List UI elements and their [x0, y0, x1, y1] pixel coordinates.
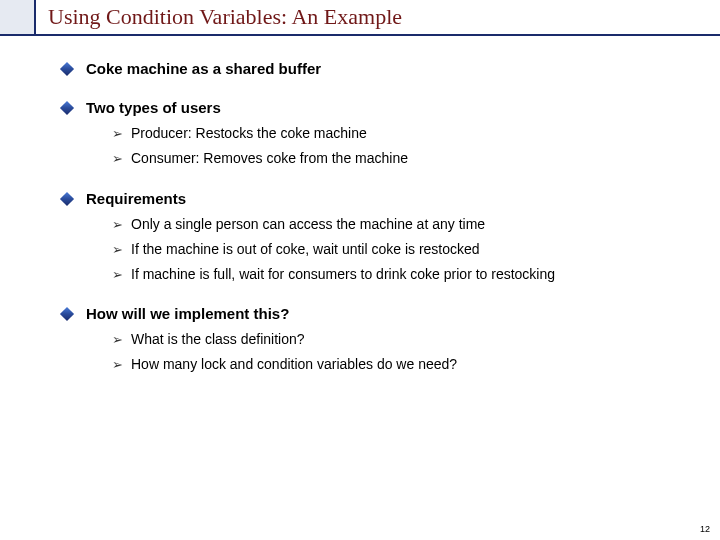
diamond-icon: [60, 62, 74, 76]
sub-item: ➢ How many lock and condition variables …: [112, 355, 680, 374]
arrow-icon: ➢: [112, 217, 123, 233]
diamond-icon: [60, 307, 74, 321]
diamond-icon: [60, 192, 74, 206]
arrow-icon: ➢: [112, 267, 123, 283]
slide-title: Using Condition Variables: An Example: [48, 4, 402, 30]
bullet-label: Requirements: [86, 190, 186, 207]
bullet-item: How will we implement this?: [62, 305, 680, 322]
bullet-label: Two types of users: [86, 99, 221, 116]
page-number: 12: [700, 524, 710, 534]
sub-item: ➢ If the machine is out of coke, wait un…: [112, 240, 680, 259]
sub-text: Consumer: Removes coke from the machine: [131, 149, 408, 168]
sub-item: ➢ Consumer: Removes coke from the machin…: [112, 149, 680, 168]
diamond-icon: [60, 101, 74, 115]
arrow-icon: ➢: [112, 332, 123, 348]
sub-list: ➢ Producer: Restocks the coke machine ➢ …: [112, 124, 680, 168]
sub-text: What is the class definition?: [131, 330, 305, 349]
arrow-icon: ➢: [112, 242, 123, 258]
sub-text: If the machine is out of coke, wait unti…: [131, 240, 480, 259]
bullet-label: How will we implement this?: [86, 305, 289, 322]
arrow-icon: ➢: [112, 357, 123, 373]
sub-item: ➢ Producer: Restocks the coke machine: [112, 124, 680, 143]
title-bar: Using Condition Variables: An Example: [36, 0, 720, 36]
sub-text: How many lock and condition variables do…: [131, 355, 457, 374]
sub-item: ➢ What is the class definition?: [112, 330, 680, 349]
slide-content: Coke machine as a shared buffer Two type…: [62, 60, 680, 396]
sub-text: Only a single person can access the mach…: [131, 215, 485, 234]
sub-list: ➢ Only a single person can access the ma…: [112, 215, 680, 284]
sub-text: If machine is full, wait for consumers t…: [131, 265, 555, 284]
bullet-item: Requirements: [62, 190, 680, 207]
sub-item: ➢ If machine is full, wait for consumers…: [112, 265, 680, 284]
arrow-icon: ➢: [112, 151, 123, 167]
bullet-label: Coke machine as a shared buffer: [86, 60, 321, 77]
bullet-item: Coke machine as a shared buffer: [62, 60, 680, 77]
sub-list: ➢ What is the class definition? ➢ How ma…: [112, 330, 680, 374]
sub-item: ➢ Only a single person can access the ma…: [112, 215, 680, 234]
sub-text: Producer: Restocks the coke machine: [131, 124, 367, 143]
corner-accent: [0, 0, 36, 36]
arrow-icon: ➢: [112, 126, 123, 142]
bullet-item: Two types of users: [62, 99, 680, 116]
